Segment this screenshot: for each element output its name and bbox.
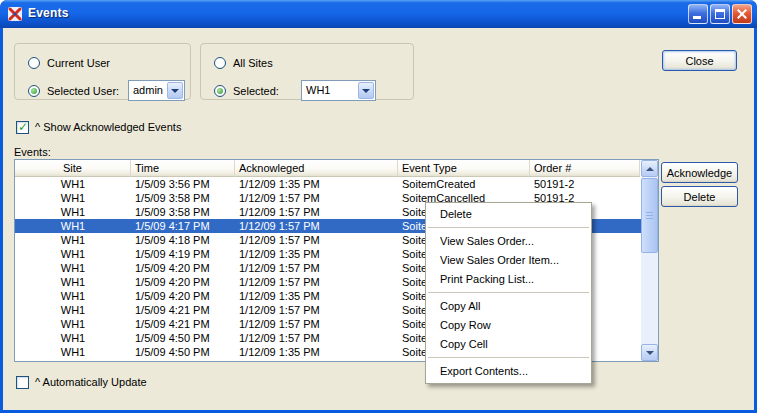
menu-item-view-sales-order[interactable]: View Sales Order... <box>426 232 591 251</box>
cell-time: 1/5/09 4:20 PM <box>131 289 235 303</box>
cell-site: WH1 <box>15 289 131 303</box>
site-filter-groupbox: All Sites Selected: WH1 <box>200 43 414 100</box>
cell-acknowledged: 1/12/09 1:57 PM <box>235 275 398 289</box>
cell-acknowledged: 1/12/09 1:57 PM <box>235 205 398 219</box>
cell-time: 1/5/09 4:50 PM <box>131 345 235 359</box>
caption-buttons <box>688 4 752 24</box>
menu-item-copy-cell[interactable]: Copy Cell <box>426 335 591 354</box>
all-sites-label: All Sites <box>233 57 273 70</box>
app-icon <box>7 6 23 22</box>
selected-user-label: Selected User: <box>47 85 119 98</box>
cell-site: WH1 <box>15 219 131 233</box>
menu-item-print-packing-list[interactable]: Print Packing List... <box>426 270 591 289</box>
user-select-value: admin <box>133 84 163 97</box>
cell-acknowledged: 1/12/09 1:35 PM <box>235 177 398 191</box>
menu-item-export-contents[interactable]: Export Contents... <box>426 362 591 381</box>
events-window: Events Current User Selected User: admin… <box>0 0 757 413</box>
cell-acknowledged: 1/12/09 1:57 PM <box>235 331 398 345</box>
cell-site: WH1 <box>15 345 131 359</box>
table-header: Site Time Acknowleged Event Type Order # <box>15 160 641 177</box>
cell-acknowledged: 1/12/09 1:57 PM <box>235 261 398 275</box>
column-header-event-type[interactable]: Event Type <box>398 160 530 177</box>
cell-time: 1/5/09 4:20 PM <box>131 275 235 289</box>
menu-separator <box>428 357 589 358</box>
menu-item-view-sales-order-item[interactable]: View Sales Order Item... <box>426 251 591 270</box>
cell-time: 1/5/09 3:56 PM <box>131 177 235 191</box>
titlebar[interactable]: Events <box>0 0 757 28</box>
cell-time: 1/5/09 4:19 PM <box>131 247 235 261</box>
events-list-label: Events: <box>14 146 51 158</box>
column-header-order[interactable]: Order # <box>530 160 640 177</box>
chevron-down-icon <box>362 89 370 93</box>
site-select[interactable]: WH1 <box>301 80 376 101</box>
check-icon: ✓ <box>18 120 28 134</box>
cell-time: 1/5/09 4:21 PM <box>131 303 235 317</box>
cell-site: WH1 <box>15 191 131 205</box>
cell-site: WH1 <box>15 177 131 191</box>
menu-item-copy-row[interactable]: Copy Row <box>426 316 591 335</box>
acknowledge-button[interactable]: Acknowledge <box>661 162 738 183</box>
cell-site: WH1 <box>15 275 131 289</box>
cell-acknowledged: 1/12/09 1:57 PM <box>235 233 398 247</box>
menu-separator <box>428 227 589 228</box>
show-acknowledged-label[interactable]: ^ Show Acknowledged Events <box>35 121 181 134</box>
cell-acknowledged: 1/12/09 1:57 PM <box>235 303 398 317</box>
cell-time: 1/5/09 4:20 PM <box>131 261 235 275</box>
cell-acknowledged: 1/12/09 1:35 PM <box>235 247 398 261</box>
current-user-radio[interactable] <box>28 57 40 69</box>
auto-update-checkbox[interactable] <box>16 376 29 389</box>
maximize-button[interactable] <box>710 4 730 24</box>
all-sites-radio[interactable] <box>214 57 226 69</box>
show-acknowledged-checkbox[interactable]: ✓ <box>16 121 29 134</box>
radio-dot-icon <box>31 88 37 94</box>
menu-item-delete[interactable]: Delete <box>426 205 591 224</box>
user-select[interactable]: admin <box>128 80 185 101</box>
column-header-site[interactable]: Site <box>15 160 131 177</box>
selected-site-radio[interactable] <box>214 85 226 97</box>
current-user-label: Current User <box>47 57 110 70</box>
cell-site: WH1 <box>15 317 131 331</box>
vertical-scrollbar[interactable] <box>641 160 658 361</box>
arrow-up-icon <box>646 167 654 171</box>
client-area: Current User Selected User: admin All Si… <box>3 28 754 410</box>
column-header-time[interactable]: Time <box>131 160 235 177</box>
cell-order: 50191-2 <box>530 177 640 191</box>
cell-acknowledged: 1/12/09 1:57 PM <box>235 191 398 205</box>
menu-item-copy-all[interactable]: Copy All <box>426 297 591 316</box>
minimize-button[interactable] <box>688 4 708 24</box>
scroll-down-button[interactable] <box>641 344 658 361</box>
user-dropdown-button[interactable] <box>167 82 183 99</box>
cell-site: WH1 <box>15 261 131 275</box>
cell-acknowledged: 1/12/09 1:35 PM <box>235 345 398 359</box>
cell-site: WH1 <box>15 205 131 219</box>
cell-time: 1/5/09 4:50 PM <box>131 331 235 345</box>
cell-acknowledged: 1/12/09 1:57 PM <box>235 317 398 331</box>
selected-site-label: Selected: <box>233 85 279 98</box>
cell-site: WH1 <box>15 233 131 247</box>
site-select-value: WH1 <box>306 84 330 97</box>
close-window-button[interactable] <box>732 4 752 24</box>
user-filter-groupbox: Current User Selected User: admin <box>14 43 191 100</box>
chevron-down-icon <box>171 89 179 93</box>
column-header-acknowledged[interactable]: Acknowleged <box>235 160 398 177</box>
cell-acknowledged: 1/12/09 1:35 PM <box>235 289 398 303</box>
menu-separator <box>428 292 589 293</box>
cell-time: 1/5/09 4:18 PM <box>131 233 235 247</box>
auto-update-label[interactable]: ^ Automatically Update <box>35 376 147 389</box>
cell-site: WH1 <box>15 303 131 317</box>
cell-site: WH1 <box>15 331 131 345</box>
scroll-up-button[interactable] <box>641 160 658 177</box>
site-dropdown-button[interactable] <box>358 82 374 99</box>
scrollbar-thumb[interactable] <box>641 178 658 253</box>
cell-event_type: SoitemCreated <box>398 177 530 191</box>
cell-time: 1/5/09 3:58 PM <box>131 191 235 205</box>
delete-button[interactable]: Delete <box>661 186 738 207</box>
close-button[interactable]: Close <box>662 50 737 71</box>
selected-user-radio[interactable] <box>28 85 40 97</box>
arrow-down-icon <box>646 351 654 355</box>
cell-time: 1/5/09 3:58 PM <box>131 205 235 219</box>
context-menu: DeleteView Sales Order...View Sales Orde… <box>425 202 592 384</box>
minimize-icon <box>693 16 701 19</box>
cell-time: 1/5/09 4:21 PM <box>131 317 235 331</box>
table-row[interactable]: WH11/5/09 3:56 PM1/12/09 1:35 PMSoitemCr… <box>15 177 641 191</box>
